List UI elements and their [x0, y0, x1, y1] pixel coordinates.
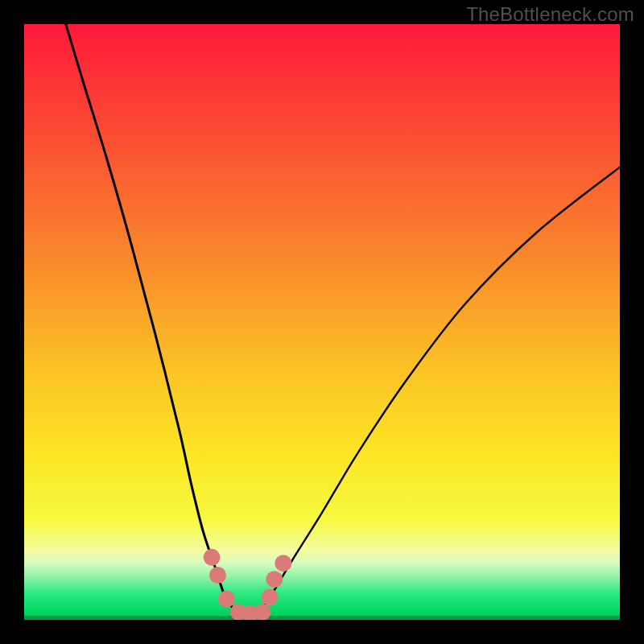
baseline-strip [24, 616, 620, 620]
optimum-marker [209, 567, 226, 584]
optimum-marker [254, 604, 271, 620]
chart-frame: TheBottleneck.com [0, 0, 644, 644]
optimum-marker [218, 591, 235, 608]
watermark-text: TheBottleneck.com [466, 3, 634, 26]
optimum-marker [261, 588, 278, 605]
gradient-background [24, 24, 620, 620]
optimum-marker [275, 555, 291, 572]
optimum-marker [266, 571, 283, 588]
bottleneck-chart [24, 24, 620, 620]
optimum-marker [204, 549, 221, 566]
